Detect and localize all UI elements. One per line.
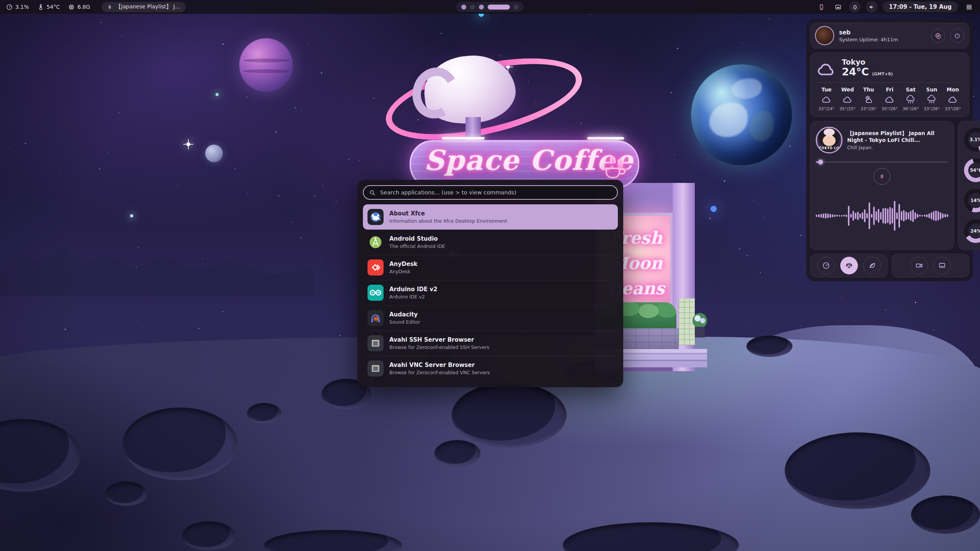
star	[138, 247, 139, 248]
screenshot-icon[interactable]	[933, 257, 951, 274]
star	[247, 193, 248, 194]
visualizer-bar	[908, 212, 909, 219]
stat-value: 54°C	[47, 4, 60, 10]
visualizer-bar	[905, 212, 907, 220]
workspace-dot-1[interactable]	[461, 5, 466, 10]
settings-gear-icon[interactable]	[931, 29, 945, 43]
workspace-dot-4[interactable]	[488, 5, 510, 10]
star	[763, 217, 764, 218]
cloud-weather-icon	[948, 95, 958, 104]
app-row-arduino-ide-v2[interactable]: Arduino IDE v2 Arduino IDE v2	[363, 280, 618, 305]
sign-light	[442, 137, 485, 140]
power-icon[interactable]	[950, 29, 964, 43]
visualizer-bar	[855, 213, 856, 219]
pause-icon	[107, 5, 112, 10]
stat-chip: 6.8G	[68, 4, 90, 10]
sun-cloud-weather-icon	[864, 95, 874, 104]
search-bar[interactable]	[363, 185, 618, 200]
android-studio-app-icon	[368, 234, 384, 250]
app-description: AnyDesk	[389, 269, 418, 274]
forecast-day-label: Wed	[841, 86, 854, 93]
user-card: seb System Uptime: 4h11m	[810, 23, 969, 49]
app-row-audacity[interactable]: Audacity Sound Editor	[363, 305, 618, 331]
star	[438, 40, 439, 40]
screen-record-icon[interactable]	[910, 257, 928, 274]
forecast-temps: 35°/25°	[840, 106, 856, 111]
forecast-day-tue: Tue 33°/24°	[817, 86, 836, 111]
star	[147, 17, 147, 17]
star	[709, 218, 710, 219]
music-progress-bar[interactable]	[816, 160, 948, 164]
widget-panel: seb System Uptime: 4h11m Tokyo 24°C (GMT…	[806, 19, 973, 281]
forecast-day-fri: Fri 35°/26°	[880, 86, 900, 111]
workspace-indicator[interactable]	[456, 2, 524, 12]
visualizer-bar	[873, 207, 875, 225]
volume-icon[interactable]	[866, 1, 877, 13]
workspace-dot-3[interactable]	[479, 5, 484, 10]
visualizer-bar	[901, 211, 902, 220]
visualizer-bar	[859, 214, 861, 218]
visualizer-bar	[850, 214, 852, 218]
visualizer-bar	[853, 211, 854, 221]
avahi-app-icon	[368, 335, 384, 351]
star	[800, 235, 802, 236]
star	[301, 238, 301, 238]
search-input[interactable]	[379, 189, 612, 196]
crater	[182, 521, 235, 550]
gauge-thermometer: 54°C	[964, 158, 980, 182]
star	[72, 65, 72, 66]
app-row-anydesk[interactable]: AnyDesk AnyDesk	[363, 255, 618, 280]
app-grid-icon[interactable]	[963, 1, 975, 13]
star	[973, 96, 974, 97]
star	[644, 48, 644, 49]
star	[724, 181, 725, 182]
visualizer-bar	[882, 208, 884, 223]
visualizer-bar	[894, 201, 895, 231]
app-description: The official Android IDE	[389, 243, 445, 249]
mountain-silhouette	[0, 234, 314, 295]
performance-mode-icon[interactable]	[817, 257, 835, 274]
app-name: Audacity	[389, 311, 420, 318]
star	[790, 146, 791, 147]
pause-button[interactable]	[874, 168, 890, 185]
star	[287, 42, 287, 42]
bright-star	[710, 206, 717, 212]
system-uptime: System Uptime: 4h11m	[839, 37, 898, 42]
app-description: Sound Editor	[389, 319, 420, 325]
star	[674, 155, 675, 155]
visualizer-bar	[938, 211, 939, 220]
visualizer-bar	[836, 215, 838, 217]
star	[321, 72, 322, 73]
phone-link-icon[interactable]	[815, 1, 827, 13]
star	[694, 82, 694, 82]
clock[interactable]: 17:09 - Tue, 19 Aug	[883, 2, 958, 12]
workspace-dot-2[interactable]	[470, 5, 475, 10]
cloud-icon	[817, 60, 836, 76]
app-row-about-xfce[interactable]: About Xfce Information about the Xfce De…	[363, 204, 618, 230]
small-moon	[205, 145, 223, 162]
weather-card: Tokyo 24°C (GMT+9) Tue 33°/24°Wed 35°/25…	[810, 52, 969, 117]
app-row-avahi-vnc-server-browser[interactable]: Avahi VNC Server Browser Browse for Zero…	[363, 356, 618, 381]
media-player-pill[interactable]: 【Japanese Playlist】 J...	[101, 2, 186, 12]
app-row-avahi-ssh-server-browser[interactable]: Avahi SSH Server Browser Browse for Zero…	[363, 331, 618, 356]
forecast-day-label: Sat	[906, 86, 915, 93]
visualizer-bar	[935, 210, 937, 221]
notifications-bell-icon[interactable]	[849, 1, 861, 13]
app-row-android-studio[interactable]: Android Studio The official Android IDE	[363, 230, 618, 255]
display-icon[interactable]	[832, 1, 844, 13]
power-saver-mode-icon[interactable]	[863, 257, 881, 274]
balanced-mode-icon[interactable]	[840, 257, 858, 274]
workspace-dot-5[interactable]	[514, 5, 519, 10]
star	[8, 147, 9, 148]
app-name: Avahi SSH Server Browser	[389, 336, 489, 343]
visualizer-bar	[931, 212, 932, 219]
crater	[452, 383, 567, 448]
star	[973, 321, 974, 321]
app-description: Information about the Xfce Desktop Envir…	[389, 218, 507, 224]
star	[101, 22, 101, 23]
star	[671, 92, 671, 93]
star	[373, 98, 374, 99]
visualizer-bar	[924, 215, 925, 217]
app-name: Avahi VNC Server Browser	[389, 362, 490, 368]
star	[854, 320, 855, 321]
